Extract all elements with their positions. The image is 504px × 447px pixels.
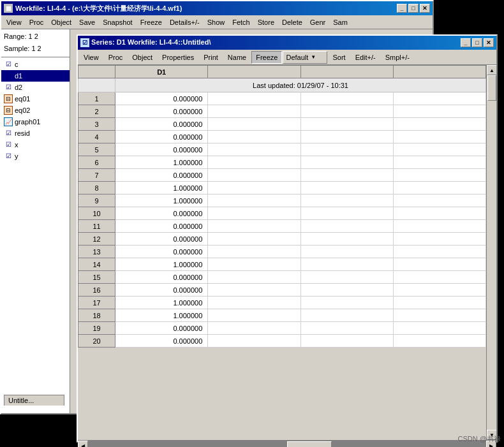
bottom-scrollbar-bar: ◀ ▶	[78, 440, 496, 447]
scroll-left-button[interactable]: ◀	[78, 441, 88, 447]
empty-cell	[300, 284, 393, 297]
empty-cell	[393, 284, 485, 297]
sidebar-item-eq02[interactable]: ⊟ eq02	[1, 105, 70, 116]
inner-menu-freeze[interactable]: Freeze	[251, 51, 282, 64]
sidebar-item-y[interactable]: ☑ y	[1, 150, 70, 162]
maximize-button[interactable]: □	[408, 4, 419, 13]
row-number: 13	[78, 245, 115, 258]
header-col4	[300, 66, 393, 78]
empty-cell	[208, 156, 300, 169]
table-row: 110.000000	[78, 220, 486, 233]
outer-menu-fetch[interactable]: Fetch	[228, 17, 254, 27]
outer-menubar: View Proc Object Save Snapshot Freeze De…	[1, 15, 433, 29]
minimize-button[interactable]: _	[397, 4, 407, 13]
sidebar-item-d1[interactable]: ☑ d1	[1, 70, 70, 82]
inner-series-window: ☑ Series: D1 Workfile: LI-4-4::Untitled\…	[77, 34, 498, 443]
series-icon-d2: ☑	[4, 83, 13, 92]
outer-menu-save[interactable]: Save	[75, 17, 99, 27]
equation-icon-eq01: ⊟	[4, 94, 13, 103]
inner-menu-proc[interactable]: Proc	[104, 51, 128, 64]
empty-cell	[208, 92, 300, 105]
data-value: 0.000000	[115, 245, 208, 258]
inner-menu-object[interactable]: Object	[128, 51, 157, 64]
data-value: 0.000000	[115, 335, 208, 348]
table-row: 120.000000	[78, 233, 486, 245]
header-col3	[208, 66, 300, 78]
empty-cell	[208, 220, 300, 233]
inner-menubar: View Proc Object Properties Print Name F…	[78, 50, 496, 65]
inner-window-title: Series: D1 Workfile: LI-4-4::Untitled\	[91, 38, 211, 46]
empty-cell	[300, 92, 393, 105]
inner-menu-print[interactable]: Print	[199, 51, 223, 64]
scroll-up-button[interactable]: ▲	[487, 65, 496, 75]
scroll-track[interactable]	[487, 75, 496, 430]
table-header: D1	[78, 66, 486, 78]
inner-menu-name[interactable]: Name	[223, 51, 251, 64]
empty-cell	[393, 156, 485, 169]
inner-maximize-button[interactable]: □	[472, 38, 482, 47]
row-number: 14	[78, 258, 115, 271]
outer-menu-proc[interactable]: Proc	[26, 17, 48, 27]
smpl-button[interactable]: Smpl+/-	[381, 51, 414, 64]
empty-cell	[300, 335, 393, 348]
sidebar-item-eq01[interactable]: ⊟ eq01	[1, 93, 70, 105]
data-value: 0.000000	[115, 131, 208, 143]
outer-menu-delete[interactable]: Delete	[278, 17, 306, 27]
untitled-tab[interactable]: Untitle...	[4, 395, 64, 406]
row-number: 12	[78, 233, 115, 245]
data-value: 0.000000	[115, 118, 208, 131]
h-scroll-thumb[interactable]	[287, 441, 332, 447]
inner-menu-properties[interactable]: Properties	[158, 51, 198, 64]
outer-menu-snapshot[interactable]: Snapshot	[99, 17, 136, 27]
row-number: 17	[78, 297, 115, 309]
outer-menu-object[interactable]: Object	[47, 17, 75, 27]
inner-menu-view[interactable]: View	[79, 51, 103, 64]
h-scroll-track[interactable]	[88, 441, 486, 447]
series-icon-x: ☑	[4, 140, 13, 149]
empty-cell	[393, 335, 485, 348]
sidebar-item-d2[interactable]: ☑ d2	[1, 82, 70, 93]
inner-titlebar: ☑ Series: D1 Workfile: LI-4-4::Untitled\…	[78, 36, 496, 50]
sidebar-item-resid[interactable]: ☑ resid	[1, 128, 70, 139]
data-value: 0.000000	[115, 233, 208, 245]
table-wrapper[interactable]: D1 Last updated: 01/29/07 - 10:31 10.000…	[78, 65, 486, 440]
row-number: 1	[78, 92, 115, 105]
empty-cell	[300, 297, 393, 309]
vertical-scrollbar[interactable]: ▲ ▼	[486, 65, 496, 440]
sidebar: Range: 1 2 Sample: 1 2 ☑ c ☑ d1 ☑ d2 ⊟ e…	[1, 29, 70, 413]
sidebar-item-x[interactable]: ☑ x	[1, 139, 70, 150]
outer-menu-sam[interactable]: Sam	[329, 17, 352, 27]
empty-cell	[393, 297, 485, 309]
data-value: 1.000000	[115, 297, 208, 309]
row-number: 18	[78, 309, 115, 322]
outer-menu-genr[interactable]: Genr	[306, 17, 329, 27]
inner-close-button[interactable]: ✕	[484, 38, 494, 47]
empty-cell	[208, 182, 300, 194]
outer-menu-details[interactable]: Details+/-	[166, 17, 204, 27]
sort-button[interactable]: Sort	[328, 51, 350, 64]
sidebar-item-graph01[interactable]: 📈 graph01	[1, 116, 70, 128]
outer-menu-show[interactable]: Show	[204, 17, 229, 27]
last-updated-text: Last updated: 01/29/07 - 10:31	[115, 78, 486, 92]
sidebar-label-resid: resid	[15, 129, 30, 137]
table-row: 30.000000	[78, 118, 486, 131]
table-row: 181.000000	[78, 309, 486, 322]
close-button[interactable]: ✕	[420, 4, 430, 13]
sidebar-item-c[interactable]: ☑ c	[1, 59, 70, 70]
outer-menu-store[interactable]: Store	[254, 17, 278, 27]
inner-minimize-button[interactable]: _	[461, 38, 471, 47]
empty-cell	[208, 309, 300, 322]
data-value: 0.000000	[115, 284, 208, 297]
outer-menu-view[interactable]: View	[3, 17, 26, 27]
default-dropdown[interactable]: Default ▼	[283, 51, 327, 64]
table-row: 20.000000	[78, 105, 486, 118]
table-row: 50.000000	[78, 143, 486, 156]
empty-cell	[208, 105, 300, 118]
scroll-thumb[interactable]	[487, 75, 496, 101]
equation-icon-eq02: ⊟	[4, 106, 13, 115]
empty-cell	[208, 131, 300, 143]
edit-button[interactable]: Edit+/-	[351, 51, 380, 64]
empty-cell	[208, 322, 300, 335]
outer-menu-freeze[interactable]: Freeze	[137, 17, 166, 27]
table-row: 100.000000	[78, 207, 486, 220]
